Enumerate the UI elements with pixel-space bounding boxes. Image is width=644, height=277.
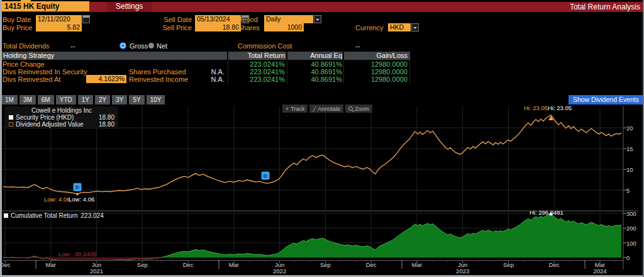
range-button-1y[interactable]: 1Y	[78, 95, 93, 105]
chart-annotation: Low: 4.06	[69, 196, 94, 203]
window-border	[0, 0, 2, 277]
x-axis-label: Sep	[316, 261, 335, 268]
range-button-1m[interactable]: 1M	[1, 95, 18, 105]
y-axis-label: 100	[626, 240, 643, 247]
chart-annotation: Low: 4.06	[44, 196, 70, 203]
price-and-return-chart[interactable]: DD	[0, 0, 644, 277]
x-axis-year-label: 2022	[270, 268, 289, 274]
legend-title: Cowell e Holdings Inc	[9, 107, 114, 114]
range-button-10y[interactable]: 10Y	[147, 95, 165, 105]
range-button-group: 1M3M6MYTD1Y2Y3Y5Y10Y	[1, 95, 165, 105]
table-row: Price Change223.0241%40.8691%12980.0000	[0, 60, 415, 68]
total-dividends-value: --	[70, 42, 75, 50]
svg-text:D: D	[75, 184, 79, 190]
x-axis-label: Mar	[225, 261, 243, 268]
shares-input[interactable]: 1000	[264, 23, 304, 31]
x-axis-label: Mar	[42, 261, 60, 268]
svg-text:D: D	[264, 173, 267, 179]
table-row: Divs Reinvested AtReinvested IncomeN.A.2…	[0, 76, 415, 83]
chevron-down-icon[interactable]	[411, 23, 419, 31]
range-button-5y[interactable]: 5Y	[129, 95, 144, 105]
gain-loss-value: 12980.0000	[345, 60, 408, 68]
x-axis-label: Sep	[499, 261, 518, 268]
calendar-icon[interactable]	[82, 15, 90, 23]
strategy-sub-label: Reinvested Income	[129, 76, 188, 83]
x-axis-label: Mar	[408, 261, 426, 268]
buy-price-input[interactable]: 5.82	[36, 23, 82, 31]
filled-square-icon	[9, 115, 13, 120]
column-header-annual-eq: Annual Eq	[288, 52, 342, 60]
currency-label: Currency	[355, 24, 384, 31]
strategy-label: Price Change	[3, 60, 45, 68]
x-axis-label: Dec	[179, 261, 197, 268]
ticker-input[interactable]: 1415 HK Equity	[1, 1, 89, 11]
period-label: Period	[238, 16, 258, 23]
table-header: Holding Strategy Total Return Annual Eq …	[0, 52, 410, 60]
chart-annotation: Hi: 23.05	[524, 105, 548, 111]
column-divider	[227, 52, 228, 60]
commission-cost-label: Commission Cost	[238, 42, 292, 50]
net-radio-label[interactable]: Net	[157, 42, 167, 50]
zoom-button[interactable]: Zoom	[345, 105, 372, 113]
sell-price-input[interactable]: 18.80	[195, 23, 241, 31]
legend-value: 18.80	[99, 114, 114, 121]
divs-reinvested-rate-input[interactable]: 4.1623%	[86, 75, 126, 83]
range-button-3m[interactable]: 3M	[19, 95, 36, 105]
currency-select[interactable]: HKD	[388, 23, 411, 31]
legend-value: 18.80	[99, 121, 114, 128]
top-toolbar-fragment	[21, 0, 31, 3]
range-button-6m[interactable]: 6M	[38, 95, 54, 105]
sell-price-label: Sell Price	[156, 24, 192, 31]
strategy-label: Divs Reinvested At	[3, 76, 60, 83]
buy-date-input[interactable]: 12/11/2020	[36, 15, 82, 23]
column-header-strategy: Holding Strategy	[3, 52, 54, 60]
na-value: N.A.	[192, 68, 225, 76]
settings-menu[interactable]: Settings	[107, 2, 152, 12]
y-axis-label: 15	[626, 145, 643, 152]
return-chart-legend[interactable]: Cumulative Total Return 223.024	[4, 212, 104, 219]
x-axis-year-label: 2023	[453, 268, 472, 274]
legend-item[interactable]: Security Price (HKD) 18.80	[9, 114, 114, 121]
page-title: Total Return Analysis	[570, 3, 640, 11]
annotate-button[interactable]: Annotate	[309, 105, 343, 113]
net-radio[interactable]	[148, 43, 154, 48]
annual-eq-value: 40.8691%	[288, 60, 342, 68]
gain-loss-value: 12980.0000	[345, 68, 408, 76]
column-header-total-return: Total Return	[230, 52, 285, 60]
track-button[interactable]: Track	[282, 105, 308, 113]
range-button-2y[interactable]: 2Y	[95, 95, 110, 105]
x-axis-label: Dec	[545, 261, 564, 268]
chart-annotation: Low: -30.2405	[58, 251, 96, 257]
track-icon	[286, 106, 289, 112]
total-return-analysis-window: DD 1415 HK Equity Settings Total Return …	[0, 0, 644, 277]
price-chart-legend: Cowell e Holdings Inc Security Price (HK…	[5, 106, 118, 129]
annotate-icon	[313, 106, 316, 112]
show-dividend-events-button[interactable]: Show Dividend Events	[569, 95, 643, 105]
sell-date-input[interactable]: 05/13/2024	[195, 15, 241, 23]
table-row: Divs Reinvested In SecurityShares Purcha…	[0, 68, 415, 76]
period-select[interactable]: Daily	[264, 15, 313, 23]
gross-radio[interactable]	[119, 42, 126, 49]
filled-square-icon	[4, 213, 8, 218]
gross-radio-label[interactable]: Gross	[130, 42, 148, 50]
range-button-3y[interactable]: 3Y	[112, 95, 127, 105]
na-value: N.A.	[192, 76, 225, 83]
annual-eq-value: 40.8691%	[288, 68, 342, 76]
column-header-gain-loss: Gain/Loss	[345, 52, 408, 60]
x-axis-year-label: 2024	[591, 268, 609, 274]
x-axis-label: Dec	[0, 261, 14, 268]
total-dividends-label: Total Dividends	[3, 42, 50, 50]
chevron-down-icon[interactable]	[314, 15, 321, 23]
legend-label: Cumulative Total Return	[11, 212, 78, 219]
annual-eq-value: 40.8691%	[288, 76, 342, 83]
buy-price-label: Buy Price	[3, 24, 32, 31]
y-axis-label: 300	[626, 210, 643, 217]
legend-item[interactable]: Dividend Adjusted Value 18.80	[9, 121, 114, 128]
total-return-value: 223.0241%	[230, 60, 285, 68]
range-button-ytd[interactable]: YTD	[56, 95, 76, 105]
legend-label: Dividend Adjusted Value	[16, 121, 84, 128]
column-divider	[286, 52, 287, 60]
sell-date-label: Sell Date	[156, 16, 192, 23]
strategy-sub-label: Shares Purchased	[129, 68, 186, 76]
y-axis-label: 5	[626, 187, 643, 194]
